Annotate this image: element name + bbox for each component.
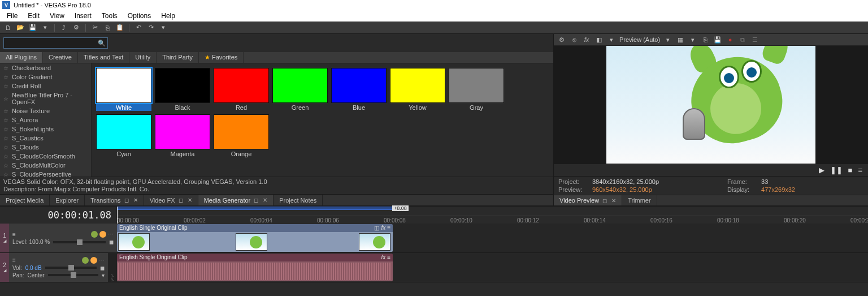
color-preset-black[interactable]: Black xyxy=(155,68,210,111)
plugin-tab-all-plug-ins[interactable]: All Plug-ins xyxy=(0,52,43,63)
color-preset-magenta[interactable]: Magenta xyxy=(155,114,210,157)
render-icon[interactable]: ⤴ xyxy=(59,23,68,32)
menu-edit[interactable]: Edit xyxy=(23,11,44,21)
plugin-search-box[interactable]: 🔍 xyxy=(3,37,108,49)
open-icon[interactable]: 📂 xyxy=(16,23,25,32)
track-hamburger-icon[interactable]: ≡ xyxy=(12,257,16,263)
track-header[interactable]: 1◢≡⋯Level: 100.0 %◼ xyxy=(0,224,117,252)
level-slider[interactable] xyxy=(53,241,106,243)
track-hamburger-icon[interactable]: ≡ xyxy=(12,231,16,238)
clip-crop-icon[interactable]: ◫ xyxy=(374,225,379,231)
preview-chevron-icon[interactable]: ▾ xyxy=(607,35,616,44)
panel-tab-explorer[interactable]: Explorer xyxy=(50,195,85,205)
close-icon[interactable]: ✕ xyxy=(188,197,192,203)
color-preset-yellow[interactable]: Yellow xyxy=(390,68,445,111)
clip-audio[interactable]: English Single Original Clipfx ≡ xyxy=(117,254,393,281)
favorite-star-icon[interactable]: ☆ xyxy=(3,65,8,71)
favorite-star-icon[interactable]: ☆ xyxy=(3,171,8,177)
generator-item[interactable]: ☆Color Gradient xyxy=(0,72,91,81)
generator-list[interactable]: ☆Checkerboard☆Color Gradient☆Credit Roll… xyxy=(0,63,92,177)
preview-fx-icon[interactable]: fx xyxy=(582,35,591,44)
track-more-icon[interactable]: ⋯ xyxy=(108,231,114,238)
menu-view[interactable]: View xyxy=(45,11,69,21)
preview-save-icon[interactable]: 💾 xyxy=(713,35,722,44)
menu-insert[interactable]: Insert xyxy=(70,11,96,21)
color-preset-gray[interactable]: Gray xyxy=(449,68,504,111)
favorite-star-icon[interactable]: ☆ xyxy=(3,144,8,151)
generator-item[interactable]: ☆S_Aurora xyxy=(0,115,91,125)
favorite-star-icon[interactable]: ☆ xyxy=(3,117,8,123)
track-mute-icon[interactable] xyxy=(99,231,106,238)
preview-tab-trimmer[interactable]: Trimmer xyxy=(622,195,657,205)
plugin-tab-third-party[interactable]: Third Party xyxy=(157,52,199,63)
popout-icon[interactable]: ◻ xyxy=(179,197,183,203)
generator-item[interactable]: ☆S_CloudsColorSmooth xyxy=(0,152,91,161)
generator-item[interactable]: ☆S_Clouds xyxy=(0,143,91,152)
generator-item[interactable]: ☆S_BokehLights xyxy=(0,125,91,134)
clip-video[interactable]: English Single Original Clip◫ fx ≡ xyxy=(117,224,393,252)
clip-fx-icon[interactable]: fx xyxy=(381,254,385,260)
plugin-tab-titles-and-text[interactable]: Titles and Text xyxy=(78,52,129,63)
track-header[interactable]: 2◢≡⋯Vol:0.0 dB◼Pan:Center▾3-9- xyxy=(0,253,117,282)
generator-item[interactable]: ☆S_CloudsPerspective xyxy=(0,170,91,177)
generator-item[interactable]: ☆Credit Roll xyxy=(0,81,91,91)
track-collapse-icon[interactable]: ◼ xyxy=(100,265,105,271)
preview-grid-icon[interactable]: ▦ xyxy=(676,35,685,44)
redo-icon[interactable]: ↷ xyxy=(146,23,155,32)
menu-tools[interactable]: Tools xyxy=(97,11,122,21)
track-bypass-icon[interactable] xyxy=(91,231,98,238)
favorite-star-icon[interactable]: ☆ xyxy=(3,108,8,114)
save-dropdown-icon[interactable]: ▾ xyxy=(41,23,50,32)
menu-help[interactable]: Help xyxy=(157,11,180,21)
popout-icon[interactable]: ◻ xyxy=(124,197,129,203)
preview-settings-icon[interactable]: ⚙ xyxy=(557,35,566,44)
time-ruler[interactable]: 00:00:0000:00:0200:00:0400:00:0600:00:08… xyxy=(117,216,868,224)
track-number[interactable]: 1◢ xyxy=(0,224,9,252)
color-preset-cyan[interactable]: Cyan xyxy=(96,114,151,157)
menu-options[interactable]: Options xyxy=(123,11,155,21)
save-icon[interactable]: 💾 xyxy=(28,23,37,32)
track-bypass-icon[interactable] xyxy=(82,257,89,264)
plugin-tab-creative[interactable]: Creative xyxy=(43,52,78,63)
generator-item[interactable]: ☆S_CloudsMultColor xyxy=(0,161,91,170)
generator-item[interactable]: ☆S_Caustics xyxy=(0,134,91,143)
preview-copy-icon[interactable]: ⎘ xyxy=(701,35,710,44)
clip-fx-icon[interactable]: fx xyxy=(381,225,385,231)
copy-icon[interactable]: ⎘ xyxy=(103,23,112,32)
preview-extra2-icon[interactable]: ☰ xyxy=(750,35,760,44)
track-number[interactable]: 2◢ xyxy=(0,253,9,282)
panel-tab-video-fx[interactable]: Video FX ◻ ✕ xyxy=(144,195,198,205)
clip-menu-icon[interactable]: ≡ xyxy=(387,254,390,260)
color-preset-green[interactable]: Green xyxy=(272,68,328,111)
generator-item[interactable]: ☆NewBlue Titler Pro 7 - OpenFX xyxy=(0,91,91,106)
plugin-tab-utility[interactable]: Utility xyxy=(129,52,157,63)
plugin-tab-favorites[interactable]: ★Favorites xyxy=(199,52,244,63)
color-preset-red[interactable]: Red xyxy=(214,68,269,111)
preview-external-icon[interactable]: ⎋ xyxy=(570,35,579,44)
close-icon[interactable]: ✕ xyxy=(611,198,616,204)
panel-tab-project-notes[interactable]: Project Notes xyxy=(274,195,323,205)
paste-icon[interactable]: 📋 xyxy=(115,23,124,32)
color-preset-blue[interactable]: Blue xyxy=(331,68,387,111)
more-icon[interactable]: ▾ xyxy=(159,23,168,32)
favorite-star-icon[interactable]: ☆ xyxy=(3,153,8,160)
track-settings-icon[interactable]: ▾ xyxy=(102,272,105,278)
menu-file[interactable]: File xyxy=(2,11,22,21)
chevron-down-icon[interactable]: ▾ xyxy=(688,35,697,44)
track-mute-icon[interactable] xyxy=(90,257,97,264)
chevron-down-icon[interactable]: ▾ xyxy=(663,35,672,44)
generator-item[interactable]: ☆Noise Texture xyxy=(0,106,91,115)
track-lane[interactable]: English Single Original Clip◫ fx ≡ xyxy=(117,224,868,252)
color-preset-white[interactable]: White xyxy=(96,68,151,111)
pause-icon[interactable]: ❚❚ xyxy=(830,166,843,174)
playhead[interactable] xyxy=(117,207,118,224)
track-lane[interactable]: English Single Original Clipfx ≡ xyxy=(117,253,868,282)
preview-tab-video-preview[interactable]: Video Preview ◻ ✕ xyxy=(554,195,622,205)
color-preset-orange[interactable]: Orange xyxy=(214,114,269,157)
properties-icon[interactable]: ⚙ xyxy=(72,23,81,32)
timecode-display[interactable]: 00:00:01.08 xyxy=(0,207,117,224)
favorite-star-icon[interactable]: ☆ xyxy=(3,96,8,102)
play-icon[interactable]: ▶ xyxy=(819,166,824,174)
popout-icon[interactable]: ◻ xyxy=(602,198,607,204)
close-icon[interactable]: ✕ xyxy=(133,197,138,203)
